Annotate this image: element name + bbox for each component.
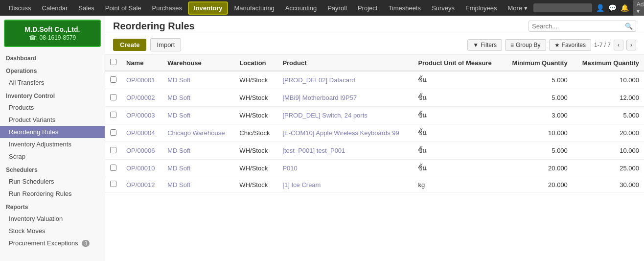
toolbar: Create Import ▼ Filters ≡ Group By ★ Fav… [105, 35, 644, 55]
reordering-rules-table: Name Warehouse Location Product Product … [105, 55, 644, 192]
cell-warehouse-3[interactable]: Chicago Warehouse [162, 124, 234, 142]
sidebar-item-procurement-exceptions[interactable]: Procurement Exceptions 3 [0, 237, 105, 249]
sidebar-item-stock-moves[interactable]: Stock Moves [0, 225, 105, 237]
cell-warehouse-6[interactable]: MD Soft [162, 177, 234, 192]
nav-right-area: 👤 💬 🔔 Administrator ▾ [533, 0, 644, 16]
cell-name-6[interactable]: OP/00012 [121, 177, 162, 192]
sidebar-item-all-transfers[interactable]: All Transfers [0, 76, 105, 89]
admin-menu[interactable]: Administrator ▾ [633, 0, 644, 16]
sidebar-item-reordering-rules[interactable]: Reordering Rules [0, 126, 105, 138]
nav-discuss[interactable]: Discuss [4, 2, 36, 14]
cell-uom-1: ชิ้น [413, 89, 502, 107]
pagination-prev[interactable]: ‹ [614, 40, 623, 50]
col-max-qty: Maximum Quantity [573, 55, 644, 71]
cell-product-1[interactable]: [MBi9] Motherboard I9P57 [277, 89, 413, 107]
cell-product-5[interactable]: P010 [277, 160, 413, 177]
cell-name-3[interactable]: OP/00004 [121, 124, 162, 142]
content-area: Reordering Rules 🔍 Create Import ▼ Filte… [105, 16, 644, 261]
cell-product-4[interactable]: [test_P001] test_P001 [277, 142, 413, 160]
cell-product-2[interactable]: [PROD_DEL] Switch, 24 ports [277, 107, 413, 124]
cell-product-0[interactable]: [PROD_DEL02] Datacard [277, 71, 413, 89]
cell-max-qty-1: 12.000 [573, 89, 644, 107]
row-checkbox-3[interactable] [110, 129, 116, 136]
nav-sales[interactable]: Sales [73, 2, 99, 14]
row-checkbox-2[interactable] [110, 112, 116, 118]
cell-product-3[interactable]: [E-COM10] Apple Wireless Keyboards 99 [277, 124, 413, 142]
cell-product-6[interactable]: [1] Ice Cream [277, 177, 413, 192]
cell-warehouse-0[interactable]: MD Soft [162, 71, 234, 89]
sidebar-item-run-reordering-rules[interactable]: Run Reordering Rules [0, 188, 105, 200]
nav-purchases[interactable]: Purchases [147, 2, 187, 14]
filter-icon: ▼ [473, 42, 479, 48]
cell-name-5[interactable]: OP/00010 [121, 160, 162, 177]
cell-warehouse-1[interactable]: MD Soft [162, 89, 234, 107]
cell-min-qty-1: 5.000 [503, 89, 573, 107]
cell-location-1: WH/Stock [234, 89, 277, 107]
cell-name-4[interactable]: OP/00006 [121, 142, 162, 160]
groupby-button[interactable]: ≡ Group By [505, 39, 546, 51]
header-search-input[interactable] [532, 23, 625, 30]
sidebar-item-inventory-adjustments[interactable]: Inventory Adjustments [0, 138, 105, 150]
sidebar-item-inventory-valuation[interactable]: Inventory Valuation [0, 213, 105, 225]
pagination-next[interactable]: › [626, 40, 636, 50]
cell-max-qty-6: 30.000 [573, 177, 644, 192]
sidebar-item-product-variants[interactable]: Product Variants [0, 114, 105, 126]
nav-inventory[interactable]: Inventory [188, 1, 229, 15]
cell-name-2[interactable]: OP/00003 [121, 107, 162, 124]
header-search-box[interactable]: 🔍 [529, 21, 636, 32]
top-navigation: Discuss Calendar Sales Point of Sale Pur… [0, 0, 644, 16]
cell-location-3: Chic/Stock [234, 124, 277, 142]
cell-warehouse-5[interactable]: MD Soft [162, 160, 234, 177]
row-checkbox-6[interactable] [110, 181, 116, 187]
cell-warehouse-4[interactable]: MD Soft [162, 142, 234, 160]
col-warehouse: Warehouse [162, 55, 234, 71]
nav-calendar[interactable]: Calendar [37, 2, 73, 14]
cell-location-0: WH/Stock [234, 71, 277, 89]
nav-more[interactable]: More ▾ [503, 2, 532, 14]
sidebar-item-run-schedulers[interactable]: Run Schedulers [0, 175, 105, 188]
nav-manufacturing[interactable]: Manufacturing [229, 2, 279, 14]
import-button[interactable]: Import [150, 38, 181, 51]
table-row: OP/00004 Chicago Warehouse Chic/Stock [E… [105, 124, 644, 142]
nav-timesheets[interactable]: Timesheets [383, 2, 426, 14]
create-button[interactable]: Create [113, 39, 146, 51]
nav-accounting[interactable]: Accounting [280, 2, 322, 14]
bell-icon[interactable]: 🔔 [621, 4, 629, 12]
table-row: OP/00010 MD Soft WH/Stock P010 ชิ้น 20.0… [105, 160, 644, 177]
cell-warehouse-2[interactable]: MD Soft [162, 107, 234, 124]
cell-name-1[interactable]: OP/00002 [121, 89, 162, 107]
cell-min-qty-5: 20.000 [503, 160, 573, 177]
col-min-qty: Minimum Quantity [503, 55, 573, 71]
global-search-input[interactable] [533, 3, 592, 12]
cell-min-qty-2: 3.000 [503, 107, 573, 124]
col-location: Location [234, 55, 277, 71]
cell-name-0[interactable]: OP/00001 [121, 71, 162, 89]
row-checkbox-4[interactable] [110, 147, 116, 153]
groupby-label: Group By [516, 42, 541, 48]
cell-location-5: WH/Stock [234, 160, 277, 177]
select-all-checkbox[interactable] [110, 59, 116, 65]
nav-surveys[interactable]: Surveys [427, 2, 460, 14]
cell-max-qty-2: 5.000 [573, 107, 644, 124]
nav-pos[interactable]: Point of Sale [100, 2, 146, 14]
filters-button[interactable]: ▼ Filters [467, 39, 502, 51]
company-logo: M.D.Soft Co.,Ltd. ☎: 08-1619-8579 [4, 20, 101, 47]
user-icon[interactable]: 👤 [596, 4, 604, 12]
star-icon: ★ [554, 42, 560, 48]
cell-max-qty-5: 25.000 [573, 160, 644, 177]
cell-location-6: WH/Stock [234, 177, 277, 192]
favorites-button[interactable]: ★ Favorites [549, 39, 591, 51]
sidebar-item-scrap[interactable]: Scrap [0, 150, 105, 163]
nav-payroll[interactable]: Payroll [322, 2, 352, 14]
favorites-label: Favorites [562, 42, 586, 48]
row-checkbox-5[interactable] [110, 165, 116, 171]
table-row: OP/00001 MD Soft WH/Stock [PROD_DEL02] D… [105, 71, 644, 89]
row-checkbox-1[interactable] [110, 94, 116, 100]
nav-project[interactable]: Project [353, 2, 382, 14]
nav-employees[interactable]: Employees [460, 2, 502, 14]
toolbar-right: ▼ Filters ≡ Group By ★ Favorites 1-7 / 7… [467, 39, 636, 51]
chat-icon[interactable]: 💬 [608, 4, 617, 12]
row-checkbox-0[interactable] [110, 76, 116, 83]
col-product: Product [277, 55, 413, 71]
sidebar-item-products[interactable]: Products [0, 101, 105, 114]
